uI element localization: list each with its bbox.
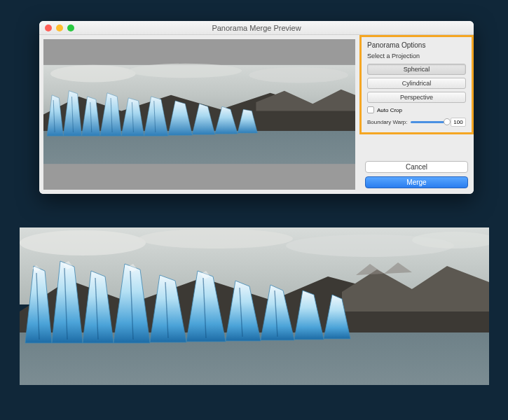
svg-point-4: [128, 64, 242, 78]
result-panorama-image: [20, 227, 489, 385]
cancel-button[interactable]: Cancel: [365, 161, 468, 173]
options-highlight: Panorama Options Select a Projection Sph…: [359, 35, 474, 134]
panorama-preview-image: [43, 39, 355, 190]
boundary-warp-value[interactable]: 100: [451, 118, 466, 127]
svg-point-14: [20, 230, 146, 255]
projection-cylindrical-button[interactable]: Cylindrical: [367, 78, 466, 89]
projection-spherical-button[interactable]: Spherical: [367, 64, 466, 75]
svg-rect-0: [43, 39, 355, 65]
traffic-lights: [39, 24, 74, 31]
slider-thumb-icon[interactable]: [444, 118, 451, 125]
options-panel: Panorama Options Select a Projection Sph…: [359, 35, 474, 194]
window-body: Panorama Options Select a Projection Sph…: [39, 35, 474, 194]
preview-canvas: [43, 39, 355, 190]
minimize-icon[interactable]: [56, 24, 63, 31]
autocrop-label: Auto Crop: [377, 107, 402, 113]
panel-title: Panorama Options: [367, 41, 466, 49]
boundary-warp-label: Boundary Warp:: [367, 119, 408, 125]
maximize-icon[interactable]: [67, 24, 74, 31]
titlebar: Panorama Merge Preview: [39, 21, 474, 35]
window-title: Panorama Merge Preview: [39, 24, 474, 32]
close-icon[interactable]: [45, 24, 52, 31]
svg-point-15: [139, 229, 293, 248]
preview-pane: [39, 35, 359, 194]
panorama-merge-window: Panorama Merge Preview: [39, 21, 474, 194]
action-buttons: Cancel Merge: [359, 157, 474, 194]
svg-point-5: [249, 67, 348, 83]
svg-rect-1: [43, 164, 355, 190]
boundary-warp-row: Boundary Warp: 100: [367, 118, 466, 127]
panel-subtitle: Select a Projection: [367, 52, 466, 59]
merge-button[interactable]: Merge: [365, 176, 468, 188]
autocrop-checkbox[interactable]: [367, 106, 374, 113]
projection-perspective-button[interactable]: Perspective: [367, 92, 466, 103]
svg-point-3: [50, 65, 135, 83]
boundary-warp-slider[interactable]: [411, 121, 448, 123]
autocrop-row: Auto Crop: [367, 106, 466, 113]
